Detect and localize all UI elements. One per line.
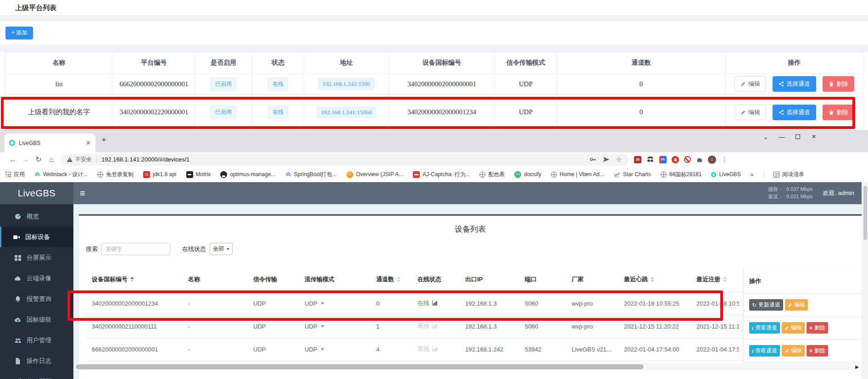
scrollbar-thumb[interactable] bbox=[863, 186, 867, 240]
vertical-scrollbar[interactable] bbox=[862, 182, 868, 379]
edit-button[interactable]: 编辑 bbox=[782, 322, 805, 334]
pencil-icon bbox=[785, 326, 789, 330]
col-channels-sortable[interactable]: 通道数 bbox=[370, 267, 412, 292]
add-platform-button[interactable]: + 添加 bbox=[6, 27, 33, 39]
col-device-id-sortable[interactable]: 设备国标编号 bbox=[86, 267, 182, 292]
col-heartbeat-sortable[interactable]: 最近心跳 bbox=[618, 267, 690, 292]
view-channels-button[interactable]: i查看通道 bbox=[749, 345, 780, 357]
scrollbar-thumb[interactable] bbox=[76, 364, 644, 369]
sidebar-item-user-management[interactable]: 用户管理 bbox=[0, 330, 73, 351]
bookmark-star-charts[interactable]: Star Charts bbox=[614, 171, 651, 178]
bookmark-motrix[interactable]: Motrix bbox=[186, 171, 211, 178]
puzzle-extensions-icon[interactable] bbox=[696, 156, 703, 163]
browser-tab-bar: LiveGBS ✕ + ⌄ — × bbox=[0, 130, 868, 152]
bar-chart-icon[interactable] bbox=[432, 300, 438, 306]
col-registered-sortable[interactable]: 最近注册 bbox=[690, 267, 739, 292]
sort-icon bbox=[651, 277, 654, 282]
bookmarks-overflow-chevron[interactable]: » bbox=[751, 171, 754, 178]
forward-icon[interactable]: → bbox=[19, 156, 32, 164]
sidebar-item-gb-cascade[interactable]: 国标级联 bbox=[0, 309, 73, 330]
delete-button[interactable]: ×删除 bbox=[807, 345, 828, 357]
search-input[interactable] bbox=[101, 243, 170, 255]
info-icon: i bbox=[752, 325, 753, 331]
chevron-down-icon[interactable]: ⌄ bbox=[762, 134, 769, 140]
edit-button[interactable]: 编辑 bbox=[734, 105, 766, 120]
profile-avatar[interactable]: I bbox=[708, 156, 716, 164]
delete-button[interactable]: 删除 bbox=[823, 105, 854, 120]
sidebar-item-basic-config[interactable]: 基础配置 bbox=[0, 371, 73, 379]
sort-icon bbox=[130, 277, 134, 282]
col-name: 名称 bbox=[5, 52, 113, 74]
send-icon[interactable] bbox=[603, 156, 610, 163]
bookmark-color-table[interactable]: 配色表 bbox=[479, 171, 505, 178]
refresh-icon[interactable]: ↻ bbox=[32, 155, 45, 164]
minimize-button[interactable]: — bbox=[779, 134, 785, 140]
edit-button[interactable]: 编辑 bbox=[782, 345, 805, 357]
sidebar-item-split-screen[interactable]: 分屏展示 bbox=[0, 247, 73, 268]
bookmark-webstack[interactable]: Webstack - 设计... bbox=[34, 171, 88, 178]
incognito-extension-icon[interactable] bbox=[646, 156, 654, 163]
browser-tab[interactable]: LiveGBS ✕ bbox=[5, 134, 95, 152]
browser-menu-icon[interactable]: ⋮ bbox=[721, 156, 728, 163]
reading-list-button[interactable]: 阅读清单 bbox=[773, 171, 804, 178]
sidebar-item-gb-devices[interactable]: 国标设备 bbox=[0, 227, 73, 247]
select-channels-button[interactable]: 选择通道 bbox=[773, 76, 816, 92]
app-header: LiveGBS ≡ 接收 ↑ : 0.037 Mbps 发送 ↓ : 0.021… bbox=[0, 182, 868, 204]
online-status-select[interactable]: 全部 bbox=[210, 243, 233, 255]
stream-mode-dropdown[interactable]: UDP bbox=[299, 315, 370, 338]
horizontal-scrollbar[interactable] bbox=[74, 363, 851, 370]
welcome-user[interactable]: 欢迎, admin bbox=[823, 189, 854, 197]
bookmark-jdk-api[interactable]: jdk1.8 api bbox=[143, 171, 176, 178]
sidebar-item-cloud-record[interactable]: 云端录像 bbox=[0, 268, 73, 289]
back-icon[interactable]: ← bbox=[6, 156, 19, 164]
update-channels-button[interactable]: ↻更新通道 bbox=[749, 299, 783, 311]
maximize-button[interactable] bbox=[795, 134, 801, 140]
network-stats: 接收 ↑ : 0.037 Mbps 发送 ↓ : 0.021 Mbps bbox=[768, 186, 812, 201]
cloud-icon bbox=[14, 275, 22, 282]
view-channels-button[interactable]: i查看通道 bbox=[749, 322, 780, 334]
online-status-label: 在线状态 bbox=[182, 245, 206, 253]
delete-button[interactable]: ×删除 bbox=[807, 322, 828, 334]
offline-status: 离线 bbox=[417, 346, 429, 352]
bookmark-springboot[interactable]: SpringBoot打包... bbox=[285, 171, 337, 178]
bar-chart-icon[interactable] bbox=[432, 346, 438, 351]
fe-extension-icon[interactable]: FE bbox=[659, 156, 667, 163]
stream-mode-dropdown[interactable]: UDP bbox=[299, 338, 370, 361]
device-table: 设备国标编号 名称 信令传输 流传输模式 通道数 在线状态 出口IP 端口 厂家… bbox=[86, 267, 855, 361]
cell-device-id: 34020000002000001234 bbox=[389, 95, 495, 130]
star-icon[interactable]: ☆ bbox=[616, 156, 622, 164]
sidebar-toggle-icon[interactable]: ≡ bbox=[80, 182, 85, 204]
bookmark-gb28181[interactable]: 66国标28181 bbox=[661, 171, 702, 178]
close-window-button[interactable]: × bbox=[811, 133, 817, 141]
home-icon[interactable]: ⌂ bbox=[45, 156, 58, 164]
sidebar-item-operation-log[interactable]: 操作日志 bbox=[0, 351, 73, 371]
tab-close-icon[interactable]: ✕ bbox=[86, 139, 91, 146]
bookmark-livegbs[interactable]: LiveGBS bbox=[711, 171, 740, 178]
stream-mode-dropdown[interactable]: UDP bbox=[299, 292, 370, 315]
block-sign-icon[interactable] bbox=[684, 156, 691, 163]
address-bar[interactable]: 不安全 192.168.1.141:20000/#/devices/1 ☆ bbox=[61, 154, 629, 166]
edit-button[interactable]: 编辑 bbox=[734, 76, 766, 92]
new-tab-button[interactable]: + bbox=[101, 135, 106, 144]
edit-button[interactable]: 编辑 bbox=[785, 299, 808, 311]
sidebar-item-overview[interactable]: 概览 bbox=[0, 206, 73, 227]
sidebar-item-alarm-query[interactable]: 报警查询 bbox=[0, 289, 73, 309]
app-logo[interactable]: LiveGBS bbox=[0, 182, 73, 204]
bookmark-github[interactable]: optimus-manage... bbox=[220, 171, 275, 178]
key-icon[interactable] bbox=[590, 156, 596, 163]
blocker-hand-icon[interactable] bbox=[672, 156, 679, 163]
js-extension-icon[interactable]: JS bbox=[634, 156, 641, 163]
bookmark-docsify[interactable]: docsify bbox=[514, 171, 541, 178]
bookmark-aj-captcha[interactable]: AJ-Captcha: 行为... bbox=[413, 171, 470, 178]
scroll-right-arrow-icon[interactable]: ▶ bbox=[855, 364, 859, 369]
bookmark-copy[interactable]: 免登录复制 bbox=[97, 171, 134, 178]
bookmark-vben[interactable]: Home | Vben Ad... bbox=[551, 171, 604, 178]
divider bbox=[0, 45, 868, 52]
not-secure-label: 不安全 bbox=[75, 156, 92, 163]
dashboard-icon bbox=[14, 213, 22, 220]
bookmark-overview-jsip[interactable]: Overview (JSIP A... bbox=[346, 171, 403, 178]
delete-button[interactable]: 删除 bbox=[823, 76, 854, 92]
bar-chart-icon[interactable] bbox=[432, 323, 438, 329]
bookmark-apps[interactable]: 应用 bbox=[6, 171, 25, 178]
select-channels-button[interactable]: 选择通道 bbox=[773, 105, 816, 120]
